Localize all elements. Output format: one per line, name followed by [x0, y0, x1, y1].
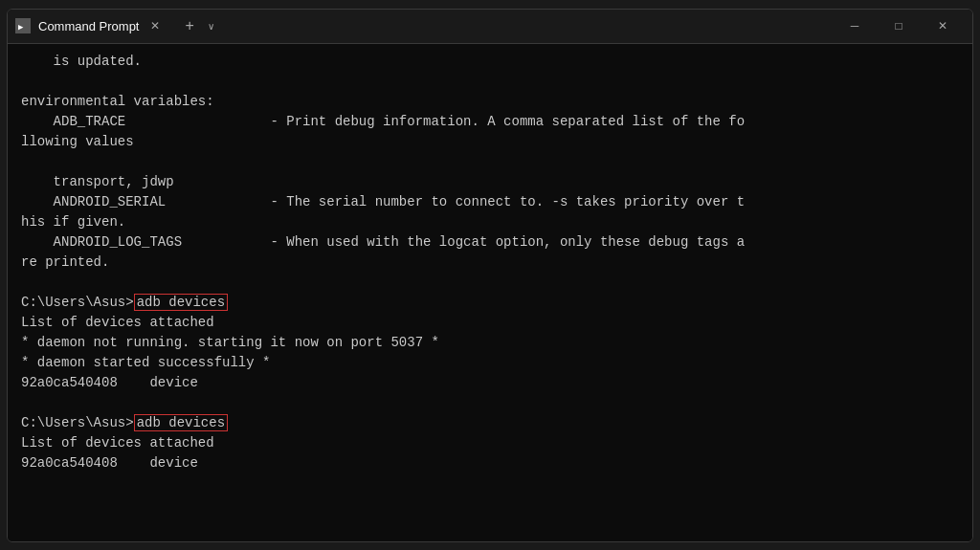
terminal-line: llowing values — [21, 132, 959, 152]
terminal-line: ADB_TRACE - Print debug information. A c… — [21, 112, 959, 132]
terminal-line: re printed. — [21, 253, 959, 273]
svg-text:▶: ▶ — [18, 22, 24, 32]
command-highlight-2: adb devices — [134, 414, 228, 431]
output-line: 92a0ca540408 device — [21, 453, 959, 473]
terminal-window: ▶ Command Prompt ✕ + ∨ ─ □ ✕ is updated.… — [7, 9, 973, 542]
titlebar-left: ▶ Command Prompt ✕ — [15, 17, 164, 34]
command-line-2: C:\Users\Asus>adb devices — [21, 413, 959, 433]
terminal-line: his if given. — [21, 212, 959, 232]
output-line: 92a0ca540408 device — [21, 373, 959, 393]
output-line: * daemon started successfully * — [21, 353, 959, 373]
new-tab-button[interactable]: + — [179, 15, 199, 36]
terminal-line: ANDROID_SERIAL - The serial number to co… — [21, 192, 959, 212]
tab-controls: + ∨ — [175, 15, 217, 36]
terminal-line: transport, jdwp — [21, 172, 959, 192]
terminal-body: is updated. environmental variables: ADB… — [8, 44, 972, 541]
output-line: List of devices attached — [21, 433, 959, 453]
prompt-1: C:\Users\Asus> — [21, 295, 134, 310]
minimize-button[interactable]: ─ — [833, 11, 877, 41]
app-icon: ▶ — [15, 18, 31, 33]
empty-line — [21, 72, 959, 92]
terminal-line: is updated. — [21, 52, 959, 72]
output-line: * daemon not running. starting it now on… — [21, 333, 959, 353]
prompt-2: C:\Users\Asus> — [21, 415, 134, 430]
maximize-button[interactable]: □ — [877, 11, 921, 41]
output-line: List of devices attached — [21, 313, 959, 333]
close-button[interactable]: ✕ — [921, 11, 965, 41]
window-title: Command Prompt — [38, 19, 139, 33]
titlebar: ▶ Command Prompt ✕ + ∨ ─ □ ✕ — [8, 10, 972, 44]
dropdown-button[interactable]: ∨ — [204, 19, 218, 33]
terminal-line: environmental variables: — [21, 92, 959, 112]
terminal-line: ANDROID_LOG_TAGS - When used with the lo… — [21, 232, 959, 253]
window-controls: ─ □ ✕ — [833, 11, 965, 41]
command-highlight-1: adb devices — [134, 294, 228, 311]
empty-line — [21, 393, 959, 413]
command-line-1: C:\Users\Asus>adb devices — [21, 293, 959, 313]
close-tab-button[interactable]: ✕ — [146, 17, 164, 34]
empty-line — [21, 273, 959, 293]
empty-line — [21, 152, 959, 172]
